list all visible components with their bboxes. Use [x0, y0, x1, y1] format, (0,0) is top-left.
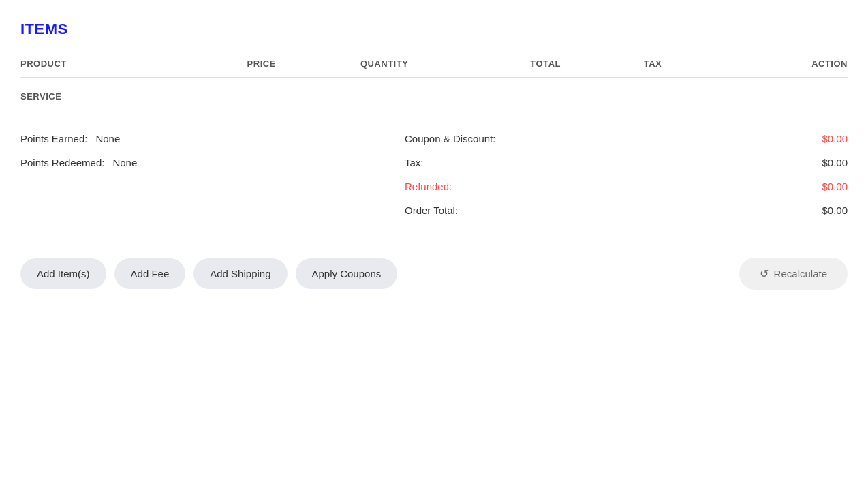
- header-action: ACTION: [734, 59, 848, 69]
- refunded-row: Refunded: $0.00: [405, 181, 848, 192]
- points-earned-label: Points Earned:: [20, 133, 87, 145]
- order-total-label: Order Total:: [405, 205, 458, 216]
- coupon-label: Coupon & Discount:: [405, 133, 495, 145]
- footer-buttons: Add Item(s) Add Fee Add Shipping Apply C…: [20, 237, 848, 290]
- recalculate-icon: ↺: [760, 267, 769, 280]
- page-title: ITEMS: [20, 20, 848, 38]
- header-product: PRODUCT: [20, 59, 247, 69]
- tax-label: Tax:: [405, 157, 424, 168]
- header-total: TOTAL: [530, 59, 643, 69]
- refunded-label: Refunded:: [405, 181, 452, 192]
- points-earned-row: Points Earned: None: [20, 133, 137, 145]
- coupon-row: Coupon & Discount: $0.00: [405, 133, 848, 145]
- points-redeemed-row: Points Redeemed: None: [20, 157, 137, 168]
- right-summary: Coupon & Discount: $0.00 Tax: $0.00 Refu…: [405, 133, 848, 216]
- refunded-value: $0.00: [822, 181, 848, 192]
- order-total-value: $0.00: [822, 205, 848, 216]
- coupon-value: $0.00: [822, 133, 848, 145]
- header-quantity: QUANTITY: [360, 59, 530, 69]
- service-section: SERVICE: [20, 78, 848, 112]
- points-redeemed-value: None: [112, 157, 137, 168]
- add-fee-button[interactable]: Add Fee: [114, 258, 186, 289]
- table-header: PRODUCT PRICE QUANTITY TOTAL TAX ACTION: [20, 59, 848, 78]
- summary-section: Points Earned: None Points Redeemed: Non…: [20, 112, 848, 237]
- order-total-row: Order Total: $0.00: [405, 205, 848, 216]
- header-price: PRICE: [247, 59, 360, 69]
- header-tax: TAX: [644, 59, 734, 69]
- add-items-button[interactable]: Add Item(s): [20, 258, 106, 289]
- recalculate-button[interactable]: ↺ Recalculate: [739, 258, 848, 290]
- tax-row: Tax: $0.00: [405, 157, 848, 168]
- add-shipping-button[interactable]: Add Shipping: [193, 258, 287, 289]
- tax-value: $0.00: [822, 157, 848, 168]
- service-label: SERVICE: [20, 91, 848, 102]
- recalculate-label: Recalculate: [774, 268, 827, 279]
- apply-coupons-button[interactable]: Apply Coupons: [296, 258, 398, 289]
- points-earned-value: None: [95, 133, 120, 145]
- points-redeemed-label: Points Redeemed:: [20, 157, 104, 168]
- left-summary: Points Earned: None Points Redeemed: Non…: [20, 133, 137, 216]
